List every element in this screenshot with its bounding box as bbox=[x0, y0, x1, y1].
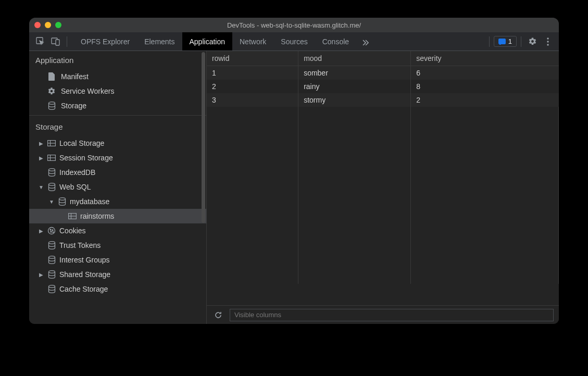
svg-rect-3 bbox=[498, 39, 506, 44]
data-table: rowid mood severity 1 somber 6 2 bbox=[207, 51, 559, 284]
svg-point-24 bbox=[53, 232, 54, 233]
tab-elements[interactable]: Elements bbox=[137, 32, 182, 51]
tree-item-mydatabase[interactable]: ▼ mydatabase bbox=[29, 194, 206, 209]
svg-point-20 bbox=[48, 228, 55, 234]
database-icon bbox=[47, 241, 56, 250]
minimize-window-button[interactable] bbox=[45, 22, 51, 28]
sidebar-scrollbar[interactable] bbox=[202, 52, 205, 223]
table-icon bbox=[68, 211, 77, 221]
svg-point-28 bbox=[48, 285, 55, 288]
chevron-down-icon: ▼ bbox=[39, 184, 44, 190]
chevron-down-icon: ▼ bbox=[49, 199, 54, 205]
application-sidebar: Application Manifest Service Workers Sto… bbox=[29, 51, 206, 324]
table-row[interactable]: 1 somber 6 bbox=[207, 66, 559, 80]
maximize-window-button[interactable] bbox=[55, 22, 61, 28]
svg-point-27 bbox=[48, 271, 55, 273]
tree-item-cookies[interactable]: ▶ Cookies bbox=[29, 223, 206, 238]
inspect-element-icon[interactable] bbox=[33, 35, 47, 48]
kebab-menu-icon[interactable] bbox=[541, 35, 555, 48]
table-row[interactable]: 3 stormy 2 bbox=[207, 93, 559, 107]
tree-item-shared-storage[interactable]: ▶ Shared Storage bbox=[29, 267, 206, 282]
window-title: DevTools - web-sql-to-sqlite-wasm.glitch… bbox=[29, 21, 559, 29]
tree-item-interest-groups[interactable]: ▶ Interest Groups bbox=[29, 253, 206, 267]
tree-item-rainstorms[interactable]: ▶ rainstorms bbox=[29, 209, 206, 223]
svg-point-6 bbox=[547, 44, 548, 45]
table-header-row: rowid mood severity bbox=[207, 51, 559, 66]
section-storage-title: Storage bbox=[29, 118, 206, 136]
database-icon bbox=[47, 182, 56, 192]
database-icon bbox=[47, 255, 56, 265]
tab-console[interactable]: Console bbox=[315, 32, 356, 51]
panel-tabs: OPFS Explorer Elements Application Netwo… bbox=[73, 32, 374, 51]
settings-icon[interactable] bbox=[526, 35, 539, 48]
table-footer bbox=[207, 305, 559, 324]
gear-icon bbox=[47, 86, 56, 96]
svg-point-14 bbox=[48, 169, 55, 171]
section-application-title: Application bbox=[29, 51, 206, 69]
issues-count: 1 bbox=[508, 37, 512, 45]
main-toolbar: OPFS Explorer Elements Application Netwo… bbox=[29, 32, 559, 51]
tree-item-cache-storage[interactable]: ▶ Cache Storage bbox=[29, 282, 206, 296]
close-window-button[interactable] bbox=[34, 22, 41, 28]
cookie-icon bbox=[47, 226, 56, 235]
devtools-window: DevTools - web-sql-to-sqlite-wasm.glitch… bbox=[29, 18, 559, 324]
tab-network[interactable]: Network bbox=[232, 32, 273, 51]
visible-columns-input[interactable] bbox=[230, 309, 554, 321]
table-icon bbox=[47, 153, 56, 162]
tree-item-web-sql[interactable]: ▼ Web SQL bbox=[29, 180, 206, 194]
tree-item-trust-tokens[interactable]: ▶ Trust Tokens bbox=[29, 238, 206, 253]
svg-point-7 bbox=[48, 102, 55, 105]
svg-rect-2 bbox=[56, 40, 59, 45]
chevron-right-icon: ▶ bbox=[39, 228, 44, 234]
tree-item-indexeddb[interactable]: ▶ IndexedDB bbox=[29, 165, 206, 180]
database-icon bbox=[47, 284, 56, 294]
chevron-right-icon: ▶ bbox=[39, 155, 44, 161]
device-toolbar-icon[interactable] bbox=[49, 35, 62, 48]
svg-point-22 bbox=[52, 230, 53, 231]
database-icon bbox=[57, 197, 67, 206]
svg-point-15 bbox=[48, 183, 55, 186]
table-content-panel: rowid mood severity 1 somber 6 2 bbox=[206, 51, 559, 324]
svg-point-4 bbox=[547, 37, 548, 39]
tab-sources[interactable]: Sources bbox=[273, 32, 315, 51]
column-header-rowid[interactable]: rowid bbox=[207, 51, 298, 66]
sidebar-item-manifest[interactable]: Manifest bbox=[29, 69, 206, 84]
svg-point-21 bbox=[50, 229, 51, 230]
svg-point-26 bbox=[48, 256, 55, 259]
more-tabs-button[interactable] bbox=[356, 32, 374, 51]
tree-item-session-storage[interactable]: ▶ Session Storage bbox=[29, 151, 206, 165]
refresh-button[interactable] bbox=[212, 309, 224, 321]
sidebar-item-service-workers[interactable]: Service Workers bbox=[29, 84, 206, 98]
tab-opfs-explorer[interactable]: OPFS Explorer bbox=[73, 32, 137, 51]
database-icon bbox=[47, 168, 56, 177]
database-icon bbox=[47, 270, 56, 279]
tab-application[interactable]: Application bbox=[182, 32, 233, 51]
svg-point-5 bbox=[547, 41, 548, 42]
window-titlebar: DevTools - web-sql-to-sqlite-wasm.glitch… bbox=[29, 18, 559, 32]
issues-badge[interactable]: 1 bbox=[494, 36, 517, 47]
column-header-mood[interactable]: mood bbox=[298, 51, 411, 66]
sidebar-item-storage[interactable]: Storage bbox=[29, 98, 206, 113]
chevron-right-icon: ▶ bbox=[39, 272, 44, 278]
chevron-right-icon: ▶ bbox=[39, 141, 44, 146]
document-icon bbox=[47, 72, 56, 81]
svg-point-23 bbox=[51, 231, 52, 232]
column-header-severity[interactable]: severity bbox=[411, 51, 559, 66]
svg-point-25 bbox=[48, 242, 55, 244]
tree-item-local-storage[interactable]: ▶ Local Storage bbox=[29, 136, 206, 151]
svg-point-16 bbox=[59, 198, 65, 200]
table-row[interactable]: 2 rainy 8 bbox=[207, 80, 559, 93]
table-icon bbox=[47, 139, 56, 148]
database-icon bbox=[47, 101, 56, 110]
